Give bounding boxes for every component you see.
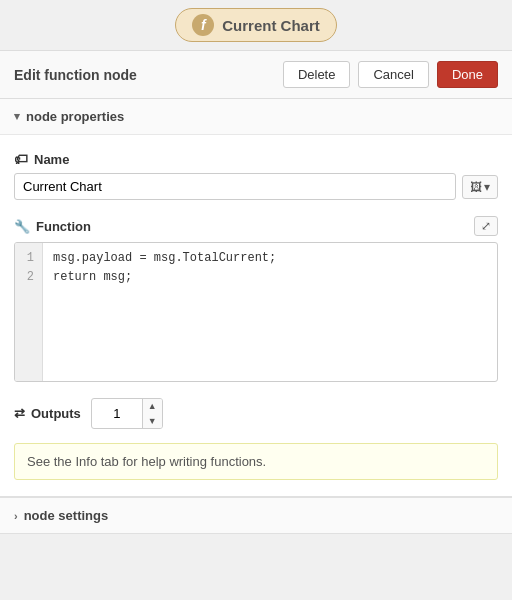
- function-icon: f: [192, 14, 214, 36]
- spinner-up-button[interactable]: ▲: [143, 399, 162, 414]
- tag-icon: 🏷: [14, 151, 28, 167]
- outputs-label: ⇄ Outputs: [14, 406, 81, 421]
- line-num-1: 1: [23, 249, 34, 268]
- node-properties-header[interactable]: ▾ node properties: [0, 99, 512, 135]
- name-input-row: 🖼 ▾: [14, 173, 498, 200]
- title-bar: f Current Chart: [0, 0, 512, 51]
- code-editor[interactable]: 1 2 msg.payload = msg.TotalCurrent; retu…: [14, 242, 498, 382]
- edit-panel: Edit function node Delete Cancel Done ▾ …: [0, 51, 512, 534]
- outputs-row: ⇄ Outputs ▲ ▼: [14, 398, 498, 429]
- function-header: 🔧 Function ⤢: [14, 216, 498, 236]
- name-field-row: 🏷 Name 🖼 ▾: [14, 151, 498, 200]
- node-settings-label: node settings: [24, 508, 109, 523]
- cancel-button[interactable]: Cancel: [358, 61, 428, 88]
- picture-icon: 🖼: [470, 180, 482, 194]
- spinner-arrows: ▲ ▼: [142, 399, 162, 428]
- chevron-right-icon: ›: [14, 510, 18, 522]
- outputs-value-input[interactable]: [92, 402, 142, 425]
- node-properties-label: node properties: [26, 109, 124, 124]
- spinner-down-button[interactable]: ▼: [143, 414, 162, 429]
- chart-title: Current Chart: [222, 17, 320, 34]
- function-label: 🔧 Function: [14, 219, 91, 234]
- outputs-spinner[interactable]: ▲ ▼: [91, 398, 163, 429]
- done-button[interactable]: Done: [437, 61, 498, 88]
- wrench-icon: 🔧: [14, 219, 30, 234]
- name-input[interactable]: [14, 173, 456, 200]
- name-label: 🏷 Name: [14, 151, 498, 167]
- header-buttons: Delete Cancel Done: [283, 61, 498, 88]
- node-settings-section: › node settings: [0, 497, 512, 534]
- line-num-2: 2: [23, 268, 34, 287]
- line-numbers: 1 2: [15, 243, 43, 381]
- delete-button[interactable]: Delete: [283, 61, 351, 88]
- panel-header: Edit function node Delete Cancel Done: [0, 51, 512, 99]
- title-pill: f Current Chart: [175, 8, 337, 42]
- expand-button[interactable]: ⤢: [474, 216, 498, 236]
- code-content[interactable]: msg.payload = msg.TotalCurrent; return m…: [43, 243, 497, 381]
- node-properties-section: ▾ node properties 🏷 Name 🖼 ▾: [0, 99, 512, 497]
- panel-title: Edit function node: [14, 67, 137, 83]
- node-settings-header[interactable]: › node settings: [0, 498, 512, 533]
- name-icon-button[interactable]: 🖼 ▾: [462, 175, 498, 199]
- dropdown-arrow-icon: ▾: [484, 180, 490, 194]
- node-properties-content: 🏷 Name 🖼 ▾ 🔧 Function: [0, 135, 512, 496]
- info-box: See the Info tab for help writing functi…: [14, 443, 498, 480]
- shuffle-icon: ⇄: [14, 406, 25, 421]
- chevron-down-icon: ▾: [14, 110, 20, 123]
- function-field-row: 🔧 Function ⤢ 1 2 msg.payload = msg.Total…: [14, 216, 498, 382]
